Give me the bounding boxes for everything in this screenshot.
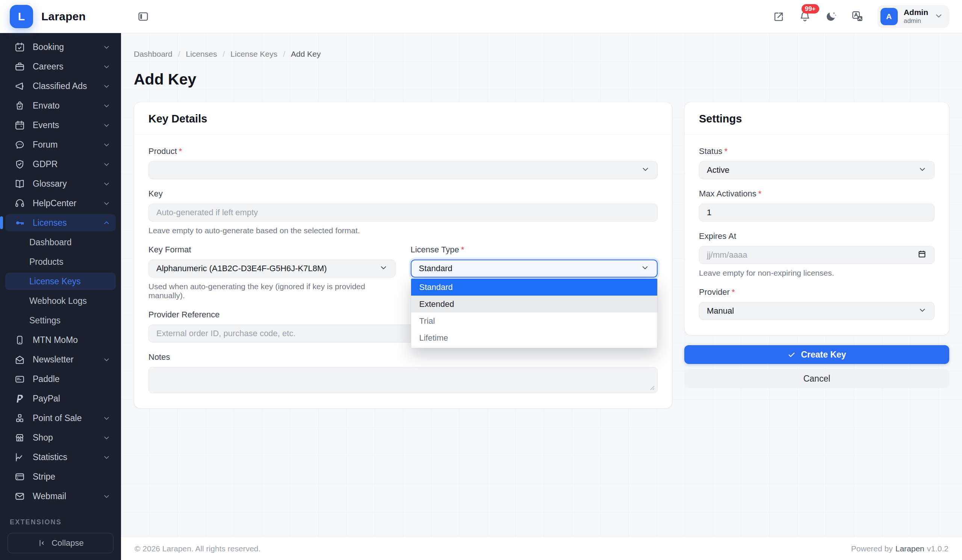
notes-label: Notes (148, 352, 658, 362)
chevron-down-icon (918, 165, 926, 176)
sidebar-item-label: Events (33, 120, 95, 130)
sidebar-subitem-settings[interactable]: Settings (5, 312, 116, 329)
license-type-option-extended[interactable]: Extended (411, 296, 658, 312)
create-key-button[interactable]: Create Key (684, 345, 949, 364)
key-format-label: Key Format (148, 245, 396, 255)
dark-mode-toggle[interactable] (825, 10, 838, 23)
footer-copyright: © 2026 Larapen. All rights reserved. (134, 544, 260, 553)
notifications-button[interactable]: 99+ (799, 10, 811, 23)
user-menu[interactable]: A Admin admin (878, 5, 949, 28)
cancel-button[interactable]: Cancel (684, 369, 949, 388)
cubes-icon (14, 413, 25, 424)
chevron-down-icon (103, 453, 110, 461)
sidebar-subitem-label: Webhook Logs (29, 296, 87, 306)
sidebar-item-careers[interactable]: Careers (5, 58, 116, 75)
key-details-card: Key Details Product* Key Leave empty to … (134, 102, 672, 409)
sidebar-toggle-button[interactable] (137, 10, 150, 23)
sidebar-item-label: GDPR (33, 159, 95, 169)
sidebar-nav: BookingCareersClassified AdsEnvatoEvents… (0, 38, 121, 514)
sidebar-subitem-webhook-logs[interactable]: Webhook Logs (5, 292, 116, 309)
sidebar-subitem-label: License Keys (29, 277, 81, 286)
key-format-select[interactable]: Alphanumeric (A1B2C-D3E4F-G5H6J-K7L8M) (148, 259, 396, 278)
required-marker: * (461, 245, 465, 254)
sidebar-item-events[interactable]: Events (5, 116, 116, 134)
settings-title: Settings (699, 113, 935, 125)
sidebar-item-label: Forum (33, 140, 95, 150)
breadcrumb-item-dashboard[interactable]: Dashboard (134, 50, 173, 59)
language-switcher-button[interactable] (851, 10, 864, 23)
sidebar-item-paddle[interactable]: Paddle (5, 370, 116, 388)
brand[interactable]: L Larapen (0, 5, 121, 28)
sidebar-item-paypal[interactable]: PayPal (5, 390, 116, 407)
provider-select[interactable]: Manual (699, 302, 935, 320)
status-label: Status (699, 146, 722, 156)
moon-stars-icon (825, 10, 838, 23)
breadcrumb-item-license-keys[interactable]: License Keys (230, 50, 277, 59)
license-type-label: License Type (411, 245, 459, 254)
sidebar-item-booking[interactable]: Booking (5, 38, 116, 56)
sidebar-subitem-dashboard[interactable]: Dashboard (5, 233, 116, 251)
sidebar-item-label: Booking (33, 42, 95, 52)
breadcrumb-item-licenses[interactable]: Licenses (186, 50, 217, 59)
key-helper: Leave empty to auto-generate based on th… (148, 226, 658, 235)
book-open-icon (14, 179, 25, 189)
calendar-check-icon (14, 42, 25, 53)
breadcrumb-separator: / (283, 50, 285, 59)
chevron-down-icon (103, 180, 110, 188)
max-activations-input[interactable] (699, 204, 935, 222)
sidebar-item-label: MTN MoMo (33, 335, 110, 345)
resize-handle-icon[interactable] (650, 385, 655, 391)
chevron-down-icon (103, 414, 110, 422)
sidebar-item-shop[interactable]: Shop (5, 429, 116, 446)
sidebar-section-label: EXTENSIONS (0, 514, 121, 531)
sidebar: BookingCareersClassified AdsEnvatoEvents… (0, 33, 121, 560)
sidebar-item-classified-ads[interactable]: Classified Ads (5, 77, 116, 95)
sidebar-item-licenses[interactable]: Licenses (5, 214, 116, 231)
check-icon (787, 351, 796, 359)
avatar: A (880, 8, 898, 25)
status-select[interactable]: Active (699, 161, 935, 179)
sidebar-item-envato[interactable]: Envato (5, 97, 116, 114)
mail-open-icon (14, 354, 25, 365)
expires-at-placeholder: jj/mm/aaaa (707, 250, 747, 260)
chevron-down-icon (379, 263, 388, 274)
sidebar-item-gdpr[interactable]: GDPR (5, 156, 116, 173)
briefcase-icon (14, 61, 25, 72)
license-type-option-lifetime[interactable]: Lifetime (411, 329, 658, 346)
sidebar-item-helpcenter[interactable]: HelpCenter (5, 195, 116, 212)
key-label: Key (148, 189, 658, 199)
license-type-select[interactable]: Standard (411, 259, 658, 278)
sidebar-item-statistics[interactable]: Statistics (5, 449, 116, 466)
sidebar-item-label: Webmail (33, 491, 95, 501)
expires-at-date-input[interactable]: jj/mm/aaaa (699, 246, 935, 264)
chevron-down-icon (103, 160, 110, 168)
sidebar-item-forum[interactable]: Forum (5, 136, 116, 153)
sidebar-subitem-license-keys[interactable]: License Keys (5, 273, 116, 290)
calendar-icon[interactable] (917, 249, 926, 261)
sidebar-item-label: Paddle (33, 374, 110, 384)
sidebar-item-webmail[interactable]: Webmail (5, 488, 116, 505)
shopping-bag-icon (14, 100, 25, 111)
required-marker: * (724, 146, 728, 156)
expires-at-label: Expires At (699, 231, 935, 241)
footer-brand-link[interactable]: Larapen (896, 544, 925, 553)
product-select[interactable] (148, 161, 658, 179)
key-input[interactable] (148, 204, 658, 222)
sidebar-item-point-of-sale[interactable]: Point of Sale (5, 409, 116, 426)
open-site-button[interactable] (772, 10, 785, 23)
chevron-down-icon (103, 434, 110, 442)
license-type-option-trial[interactable]: Trial (411, 312, 658, 329)
sidebar-item-glossary[interactable]: Glossary (5, 175, 116, 192)
brand-logo-letter: L (18, 10, 25, 23)
required-marker: * (179, 146, 182, 156)
notes-textarea[interactable] (148, 367, 658, 393)
sidebar-item-mtn-momo[interactable]: MTN MoMo (5, 331, 116, 349)
sidebar-item-stripe[interactable]: Stripe (5, 468, 116, 485)
sidebar-collapse-button[interactable]: Collapse (8, 533, 113, 553)
license-type-option-standard[interactable]: Standard (411, 279, 658, 296)
footer: © 2026 Larapen. All rights reserved. Pow… (121, 537, 962, 560)
chevron-down-icon (103, 492, 110, 500)
sidebar-item-newsletter[interactable]: Newsletter (5, 351, 116, 368)
megaphone-icon (14, 81, 25, 92)
sidebar-subitem-products[interactable]: Products (5, 253, 116, 270)
